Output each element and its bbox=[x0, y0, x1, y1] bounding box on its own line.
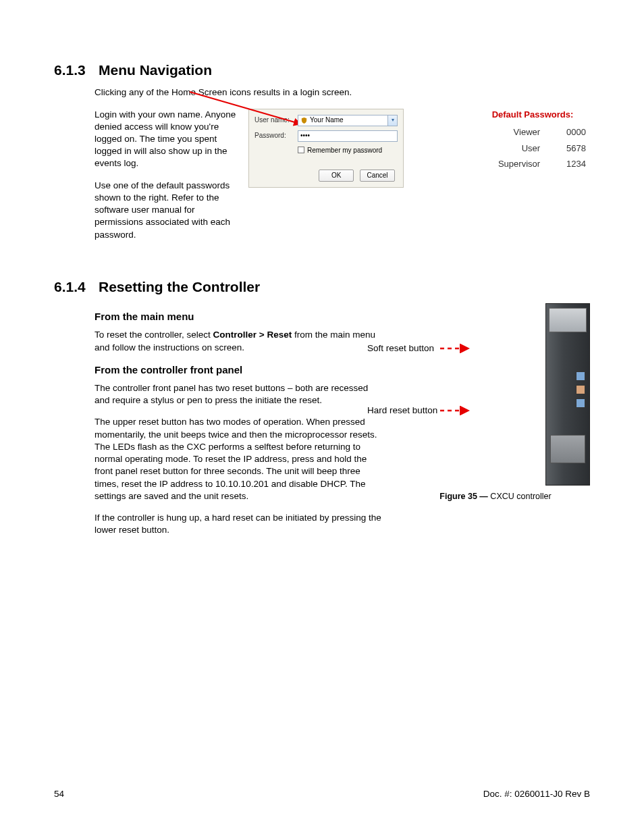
cancel-button[interactable]: Cancel bbox=[360, 170, 395, 182]
pw-row: Viewer0000 bbox=[475, 124, 590, 140]
login-dialog: User name: Your Name ▾ Password: •••• Re… bbox=[248, 109, 404, 188]
heading-614: 6.1.4Resetting the Controller bbox=[54, 278, 590, 296]
p-613-2: Use one of the default passwords shown t… bbox=[95, 180, 236, 241]
figure-35-caption: Figure 35 — CXCU controller bbox=[401, 491, 590, 502]
intro-613: Clicking any of the Home Screen icons re… bbox=[95, 86, 590, 99]
p-614-2: The controller front panel has two reset… bbox=[95, 382, 385, 407]
password-field[interactable]: •••• bbox=[298, 130, 398, 142]
heading-614-title: Resetting the Controller bbox=[99, 279, 260, 294]
pw-row: Supervisor1234 bbox=[475, 156, 590, 172]
username-value: Your Name bbox=[310, 115, 344, 125]
username-label: User name: bbox=[254, 115, 294, 125]
username-dropdown-icon[interactable]: ▾ bbox=[387, 115, 397, 126]
figure-35: Soft reset button Hard reset button F bbox=[401, 303, 590, 502]
doc-id: Doc. #: 0260011-J0 Rev B bbox=[483, 788, 590, 800]
passwords-heading: Default Passwords: bbox=[475, 109, 590, 121]
controller-body bbox=[545, 303, 590, 486]
p-613-1: Login with your own name. Anyone denied … bbox=[95, 109, 236, 170]
controller-slot bbox=[550, 435, 585, 463]
passwords-table: Viewer0000 User5678 Supervisor1234 bbox=[475, 124, 590, 172]
controller-led-icon bbox=[576, 371, 585, 381]
sub-614-1: From the main menu bbox=[95, 310, 385, 323]
password-mask: •••• bbox=[300, 131, 310, 140]
soft-reset-label: Soft reset button bbox=[367, 342, 441, 355]
default-passwords-box: Default Passwords: Viewer0000 User5678 S… bbox=[475, 109, 590, 172]
p-614-3: The upper reset button has two modes of … bbox=[95, 416, 385, 502]
username-field[interactable]: Your Name ▾ bbox=[298, 115, 398, 126]
controller-led-icon bbox=[576, 398, 585, 408]
col-613-text: Login with your own name. Anyone denied … bbox=[95, 109, 236, 251]
controller-illustration: Soft reset button Hard reset button bbox=[455, 303, 590, 486]
heading-613: 6.1.3Menu Navigation bbox=[54, 61, 590, 80]
page-footer: 54 Doc. #: 0260011-J0 Rev B bbox=[54, 788, 590, 800]
heading-614-num: 6.1.4 bbox=[54, 278, 99, 296]
password-label: Password: bbox=[254, 131, 294, 140]
p-614-1: To reset the controller, select Controll… bbox=[95, 329, 385, 353]
hard-reset-label: Hard reset button bbox=[367, 405, 441, 417]
page-number: 54 bbox=[54, 788, 64, 800]
controller-led-icon bbox=[576, 385, 585, 394]
shield-icon bbox=[300, 117, 308, 124]
remember-label: Remember my password bbox=[307, 146, 382, 155]
remember-checkbox[interactable] bbox=[298, 147, 304, 153]
pw-row: User5678 bbox=[475, 140, 590, 157]
heading-613-title: Menu Navigation bbox=[99, 62, 212, 78]
controller-top-plate bbox=[549, 308, 587, 332]
sub-614-2: From the controller front panel bbox=[95, 363, 385, 377]
ok-button[interactable]: OK bbox=[319, 170, 354, 182]
p-614-4: If the controller is hung up, a hard res… bbox=[95, 512, 385, 536]
heading-613-num: 6.1.3 bbox=[54, 61, 99, 80]
col-614-text: From the main menu To reset the controll… bbox=[95, 303, 385, 546]
